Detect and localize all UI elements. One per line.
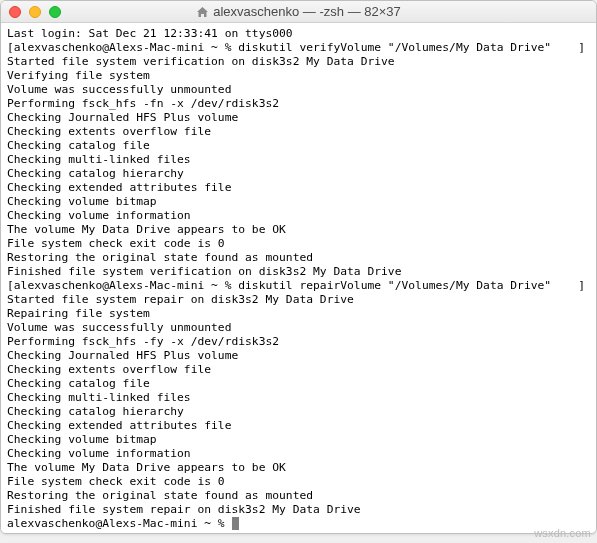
terminal-line: Checking catalog file bbox=[7, 377, 590, 391]
terminal-prompt-line[interactable]: alexvaschenko@Alexs-Mac-mini ~ % bbox=[7, 517, 590, 531]
titlebar[interactable]: alexvaschenko — -zsh — 82×37 bbox=[1, 1, 596, 23]
terminal-line: Last login: Sat Dec 21 12:33:41 on ttys0… bbox=[7, 27, 590, 41]
terminal-line: Started file system verification on disk… bbox=[7, 55, 590, 69]
terminal-line: Finished file system repair on disk3s2 M… bbox=[7, 503, 590, 517]
terminal-line: File system check exit code is 0 bbox=[7, 237, 590, 251]
terminal-line: Finished file system verification on dis… bbox=[7, 265, 590, 279]
terminal-line: Checking volume information bbox=[7, 209, 590, 223]
terminal-line: Restoring the original state found as mo… bbox=[7, 489, 590, 503]
terminal-line: Checking volume bitmap bbox=[7, 433, 590, 447]
terminal-line: Checking extended attributes file bbox=[7, 419, 590, 433]
cursor-icon bbox=[232, 517, 239, 530]
terminal-line: Performing fsck_hfs -fn -x /dev/rdisk3s2 bbox=[7, 97, 590, 111]
terminal-line: Checking extended attributes file bbox=[7, 181, 590, 195]
terminal-line: Checking volume bitmap bbox=[7, 195, 590, 209]
window-title: alexvaschenko — -zsh — 82×37 bbox=[213, 4, 401, 19]
minimize-button[interactable] bbox=[29, 6, 41, 18]
terminal-line: The volume My Data Drive appears to be O… bbox=[7, 461, 590, 475]
terminal-line: Checking multi-linked files bbox=[7, 153, 590, 167]
terminal-body[interactable]: Last login: Sat Dec 21 12:33:41 on ttys0… bbox=[1, 23, 596, 533]
home-icon bbox=[196, 6, 209, 18]
terminal-line: Checking multi-linked files bbox=[7, 391, 590, 405]
terminal-line: Checking Journaled HFS Plus volume bbox=[7, 111, 590, 125]
terminal-line: Volume was successfully unmounted bbox=[7, 83, 590, 97]
terminal-line: [alexvaschenko@Alexs-Mac-mini ~ % diskut… bbox=[7, 279, 590, 293]
terminal-line: Checking extents overflow file bbox=[7, 125, 590, 139]
terminal-window: alexvaschenko — -zsh — 82×37 Last login:… bbox=[0, 0, 597, 534]
maximize-button[interactable] bbox=[49, 6, 61, 18]
terminal-line: Restoring the original state found as mo… bbox=[7, 251, 590, 265]
terminal-line: Repairing file system bbox=[7, 307, 590, 321]
title-wrap: alexvaschenko — -zsh — 82×37 bbox=[1, 4, 596, 19]
terminal-line: Verifying file system bbox=[7, 69, 590, 83]
terminal-line: The volume My Data Drive appears to be O… bbox=[7, 223, 590, 237]
terminal-line: File system check exit code is 0 bbox=[7, 475, 590, 489]
window-controls bbox=[9, 6, 61, 18]
close-button[interactable] bbox=[9, 6, 21, 18]
terminal-line: Volume was successfully unmounted bbox=[7, 321, 590, 335]
terminal-line: Checking catalog hierarchy bbox=[7, 167, 590, 181]
terminal-line: Checking volume information bbox=[7, 447, 590, 461]
terminal-line: [alexvaschenko@Alexs-Mac-mini ~ % diskut… bbox=[7, 41, 590, 55]
terminal-line: Started file system repair on disk3s2 My… bbox=[7, 293, 590, 307]
terminal-line: Checking Journaled HFS Plus volume bbox=[7, 349, 590, 363]
terminal-line: Checking catalog file bbox=[7, 139, 590, 153]
terminal-line: Checking catalog hierarchy bbox=[7, 405, 590, 419]
terminal-line: Performing fsck_hfs -fy -x /dev/rdisk3s2 bbox=[7, 335, 590, 349]
terminal-prompt: alexvaschenko@Alexs-Mac-mini ~ % bbox=[7, 517, 231, 530]
terminal-line: Checking extents overflow file bbox=[7, 363, 590, 377]
watermark: wsxdn.com bbox=[534, 527, 591, 539]
